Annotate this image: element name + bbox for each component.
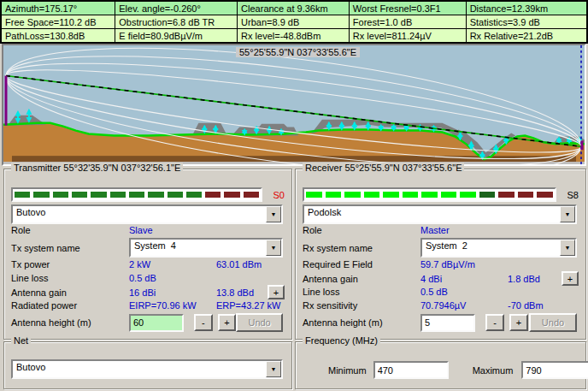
stats-row: Free Space=110.2 dB Obstruction=6.8 dB T…	[1, 15, 587, 29]
rx-role-label: Role	[303, 225, 420, 235]
tx-line-loss-label: Line loss	[11, 273, 129, 283]
stat-rx-relative: Rx Relative=21.2dB	[466, 29, 587, 44]
frequency-row: Minimum Maximum	[303, 361, 579, 379]
signal-segment	[479, 192, 496, 198]
chevron-down-icon[interactable]: ▼	[560, 206, 575, 222]
net-combobox[interactable]: Butovo ▼	[11, 359, 283, 379]
rx-height-decrease-button[interactable]: -	[485, 314, 504, 331]
profile-svg	[3, 45, 585, 164]
tx-line-loss-row: Line loss 0.5 dB	[11, 273, 285, 283]
net-value: Butovo	[13, 361, 266, 377]
tx-radiated-power-label: Radiated power	[11, 300, 129, 311]
stat-urban: Urban=8.9 dB	[238, 15, 350, 29]
signal-segment	[205, 192, 220, 198]
tx-signal-row: S0	[11, 187, 285, 202]
stat-rx-level-uv: Rx level=811.24µV	[349, 29, 466, 44]
rx-site-combobox[interactable]: Podolsk ▼	[303, 204, 577, 224]
rx-height-increase-button[interactable]: +	[509, 314, 528, 331]
stat-distance: Distance=12.39km	[466, 1, 587, 15]
tx-antenna-height-label: Antenna height (m)	[11, 317, 129, 328]
tx-antenna-detail-button[interactable]: +	[268, 285, 285, 299]
tx-antenna-gain-dbd: 13.8 dBd	[216, 287, 254, 298]
stat-obstruction: Obstruction=6.8 dB TR	[115, 15, 238, 29]
rx-efield-label: Required E Field	[303, 259, 420, 270]
tx-site-row: Butovo ▼	[11, 204, 283, 224]
tx-power-watts: 2 kW	[129, 259, 216, 270]
radio-link-window: Azimuth=175.17° Elev. angle=-0.260° Clea…	[0, 0, 588, 391]
tx-power-dbm: 63.01 dBm	[216, 259, 262, 270]
rx-role-value: Master	[420, 225, 508, 235]
signal-segment	[168, 192, 183, 198]
tx-system-value: System 4	[131, 240, 266, 256]
tx-role-value: Slave	[129, 225, 216, 235]
stat-worst-fresnel: Worst Fresnel=0.3F1	[349, 1, 466, 15]
rx-system-combobox[interactable]: System 2 ▼	[420, 238, 577, 258]
tx-undo-button[interactable]: Undo	[236, 313, 283, 332]
rx-site-row: Podolsk ▼	[303, 204, 577, 224]
tx-power-row: Tx power 2 kW 63.01 dBm	[11, 259, 285, 270]
frequency-panel: Frequency (MHz) Minimum Maximum	[295, 341, 586, 389]
rx-efield-row: Required E Field 59.7 dBµV/m	[303, 259, 579, 270]
chevron-down-icon[interactable]: ▼	[266, 206, 281, 222]
rx-efield-value: 59.7 dBµV/m	[420, 259, 475, 270]
signal-segment	[53, 192, 68, 198]
tx-signal-s-units: S0	[262, 190, 285, 200]
net-row: Butovo ▼	[11, 359, 283, 379]
link-stats-table: Azimuth=175.17° Elev. angle=-0.260° Clea…	[0, 0, 588, 44]
signal-segment	[537, 192, 553, 198]
net-panel-title: Net	[11, 335, 31, 346]
tx-erp-value: ERP=43.27 kW	[216, 300, 281, 311]
signal-segment	[33, 192, 49, 198]
net-panel: Net Butovo ▼	[3, 341, 292, 389]
tx-power-label: Tx power	[11, 259, 129, 270]
stat-free-space: Free Space=110.2 dB	[1, 15, 115, 29]
rx-system-value: System 2	[422, 240, 560, 256]
frequency-max-input[interactable]	[521, 361, 588, 379]
stats-row: PathLoss=130.8dB E field=80.9dBµV/m Rx l…	[1, 29, 587, 44]
chevron-down-icon[interactable]: ▼	[266, 240, 281, 256]
signal-segment	[344, 192, 361, 198]
stats-row: Azimuth=175.17° Elev. angle=-0.260° Clea…	[1, 1, 587, 15]
tx-role-label: Role	[11, 225, 129, 235]
signal-segment	[326, 192, 342, 198]
rx-antenna-gain-dbi: 4 dBi	[420, 274, 508, 284]
tx-eirp-value: EIRP=70.96 kW	[129, 300, 216, 311]
receiver-panel-title: Receiver 55°25'55.9"N 037°33'55.6"E	[303, 163, 464, 173]
rx-undo-button[interactable]: Undo	[529, 313, 577, 332]
tx-system-label: Tx system name	[11, 243, 129, 253]
tx-site-value: Butovo	[13, 206, 266, 222]
tx-system-combobox[interactable]: System 4 ▼	[129, 238, 283, 258]
rx-antenna-height-label: Antenna height (m)	[303, 317, 420, 328]
tx-site-combobox[interactable]: Butovo ▼	[11, 204, 283, 224]
signal-segment	[498, 192, 514, 198]
rx-antenna-detail-button[interactable]: +	[562, 271, 579, 286]
stat-rx-level-dbm: Rx level=-48.8dBm	[238, 29, 350, 44]
stat-azimuth: Azimuth=175.17°	[1, 1, 115, 15]
stat-forest: Forest=1.0 dB	[349, 15, 466, 29]
tx-antenna-height-row: Antenna height (m) - + Undo	[11, 313, 283, 332]
stat-efield: E field=80.9dBµV/m	[115, 29, 238, 44]
frequency-max-label: Maximum	[473, 365, 514, 376]
rx-antenna-gain-label: Antenna gain	[303, 274, 420, 284]
rx-antenna-height-input[interactable]	[420, 314, 475, 332]
signal-segment	[383, 192, 399, 198]
rx-sensitivity-dbm: -70 dBm	[508, 300, 544, 311]
chevron-down-icon[interactable]: ▼	[560, 240, 575, 256]
frequency-min-input[interactable]	[373, 361, 449, 379]
signal-segment	[186, 192, 202, 198]
tx-height-increase-button[interactable]: +	[218, 314, 237, 331]
stat-statistics: Statistics=3.9 dB	[466, 15, 587, 29]
signal-segment	[244, 192, 259, 198]
stat-clearance: Clearance at 9.36km	[238, 1, 350, 15]
tx-antenna-height-input[interactable]	[129, 314, 184, 332]
tx-antenna-gain-row: Antenna gain 16 dBi 13.8 dBd +	[11, 285, 285, 299]
signal-segment	[148, 192, 163, 198]
rx-antenna-height-row: Antenna height (m) - + Undo	[303, 313, 577, 332]
signal-segment	[518, 192, 534, 198]
transmitter-panel: Transmitter 55°32'35.9"N 037°32'56.1"E S…	[3, 169, 292, 340]
rx-signal-row: S8	[303, 187, 579, 202]
signal-segment	[110, 192, 126, 198]
tx-height-decrease-button[interactable]: -	[194, 314, 213, 331]
chevron-down-icon[interactable]: ▼	[266, 361, 281, 377]
rx-sensitivity-label: Rx sensitivity	[303, 300, 420, 311]
